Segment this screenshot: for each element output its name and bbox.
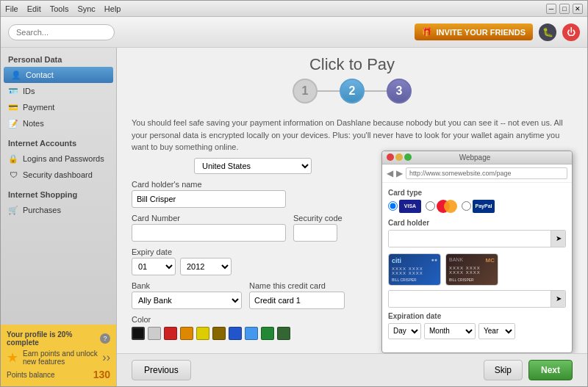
menu-help[interactable]: Help xyxy=(104,4,121,13)
minimize-button[interactable]: ─ xyxy=(546,4,556,14)
color-red[interactable] xyxy=(164,327,177,340)
sidebar-item-purchases[interactable]: 🛒 Purchases xyxy=(1,202,116,218)
bug-icon-button[interactable]: 🐛 xyxy=(539,23,556,41)
sidebar-item-security[interactable]: 🛡 Security dashboard xyxy=(1,167,116,183)
expiry-year-popup-select[interactable]: Year xyxy=(478,323,515,339)
cardholder-input[interactable] xyxy=(132,190,286,208)
personal-data-section: Personal Data xyxy=(1,48,116,67)
color-gray[interactable] xyxy=(148,327,161,340)
color-darkblue[interactable] xyxy=(229,327,242,340)
sidebar-item-contact[interactable]: 👤 Contact xyxy=(4,67,113,83)
search-input[interactable] xyxy=(8,24,115,40)
form-left: United States Card holder's name Card Nu… xyxy=(132,158,374,354)
color-green[interactable] xyxy=(261,327,274,340)
url-bar[interactable] xyxy=(406,167,567,179)
cardholder-arrow[interactable]: ➤ xyxy=(551,231,565,247)
color-group: Color xyxy=(132,315,374,340)
step-line-1 xyxy=(318,90,340,92)
shopping-icon: 🛒 xyxy=(8,205,18,215)
maximize-button[interactable]: □ xyxy=(559,4,570,14)
cardholder-label: Card holder's name xyxy=(132,180,374,189)
skip-button[interactable]: Skip xyxy=(484,360,523,380)
menu-sync[interactable]: Sync xyxy=(77,4,95,13)
invite-button[interactable]: 🎁 INVITE YOUR FRIENDS xyxy=(415,23,533,40)
paypal-radio[interactable] xyxy=(462,201,471,211)
form-content: United States Card holder's name Card Nu… xyxy=(117,158,587,354)
bank-label: Bank xyxy=(132,281,242,290)
profile-row: Your profile is 20% complete ? xyxy=(7,330,110,347)
paypal-option[interactable]: PayPal xyxy=(462,200,495,213)
step-3: 3 xyxy=(387,79,412,104)
forward-arrow[interactable]: ▶ xyxy=(396,168,403,178)
card-type-options: VISA xyxy=(388,200,566,213)
main-window: File Edit Tools Sync Help ─ □ ✕ 🎁 INVITE… xyxy=(0,0,588,387)
mc-option[interactable] xyxy=(426,200,457,213)
color-yellow[interactable] xyxy=(196,327,209,340)
expiry-month-popup-select[interactable]: Month xyxy=(424,323,476,339)
steps-indicator: 1 2 3 xyxy=(117,79,587,104)
color-brown[interactable] xyxy=(212,327,226,340)
card2-number: XXXX XXXX XXXX XXXX xyxy=(449,266,495,275)
card-image-dark[interactable]: BANK MC XXXX XXXX XXXX XXXX BILL CRISPER xyxy=(445,253,498,286)
lock-icon: 🔒 xyxy=(8,153,18,164)
ids-icon: 🪪 xyxy=(8,86,18,96)
cardnumber-input[interactable] xyxy=(132,224,286,242)
mc-radio[interactable] xyxy=(426,201,435,211)
power-icon-button[interactable]: ⏻ xyxy=(562,23,580,41)
country-select[interactable]: United States xyxy=(194,158,312,174)
profile-status: Your profile is 20% complete xyxy=(7,330,96,347)
card-images: citi ●● XXXX XXXX XXXX XXXX BILL CRISPER… xyxy=(388,253,566,286)
popup-nav: ◀ ▶ xyxy=(382,164,572,183)
extra-arrow[interactable]: ➤ xyxy=(551,291,565,307)
toolbar-right: 🎁 INVITE YOUR FRIENDS 🐛 ⏻ xyxy=(415,23,580,41)
help-icon[interactable]: ? xyxy=(100,333,110,344)
cardname-label: Name this credit card xyxy=(249,281,345,290)
expiry-month-select[interactable]: 01 xyxy=(132,258,176,275)
expiry-popup-row: Day Month Year xyxy=(388,323,566,339)
color-orange[interactable] xyxy=(180,327,193,340)
color-blue[interactable] xyxy=(245,327,258,340)
visa-option[interactable]: VISA xyxy=(388,200,421,213)
extra-input-wrap: ➤ xyxy=(388,290,566,308)
content-header: Click to Pay 1 2 3 xyxy=(117,48,587,112)
color-darkgreen[interactable] xyxy=(277,327,290,340)
menu-tools[interactable]: Tools xyxy=(50,4,69,13)
sidebar-item-security-label: Security dashboard xyxy=(23,170,93,179)
toolbar: 🎁 INVITE YOUR FRIENDS 🐛 ⏻ xyxy=(1,17,587,48)
color-black[interactable] xyxy=(132,327,145,340)
back-arrow[interactable]: ◀ xyxy=(387,168,393,178)
extra-input[interactable] xyxy=(389,291,551,307)
security-label: Security code xyxy=(293,214,343,223)
popup-close-btn[interactable] xyxy=(387,153,394,161)
card1-name: BILL CRISPER xyxy=(392,278,437,282)
card-holder-section: Card holder ➤ xyxy=(388,219,566,247)
cardholder-popup-input[interactable] xyxy=(389,231,551,247)
popup-controls xyxy=(387,153,412,161)
card-image-blue[interactable]: citi ●● XXXX XXXX XXXX XXXX BILL CRISPER xyxy=(388,253,441,286)
profile-arrow[interactable]: ›› xyxy=(102,351,110,364)
sidebar-item-ids[interactable]: 🪪 IDs xyxy=(1,83,116,99)
bank-name-row: Bank Ally Bank Name this credit card xyxy=(132,281,374,315)
cardname-input[interactable] xyxy=(249,292,345,309)
popup-maximize-btn[interactable] xyxy=(404,153,412,161)
expiry-year-select[interactable]: 2012 xyxy=(180,258,232,275)
step-line-2 xyxy=(365,90,387,92)
bank-select[interactable]: Ally Bank xyxy=(132,292,242,309)
next-button[interactable]: Next xyxy=(528,360,573,380)
points-row: Points balance 130 xyxy=(7,369,110,380)
sidebar-item-logins[interactable]: 🔒 Logins and Passwords xyxy=(1,151,116,167)
security-input[interactable] xyxy=(293,224,337,242)
expiry-day-select[interactable]: Day xyxy=(388,323,421,339)
internet-shopping-section: Internet Shopping xyxy=(1,183,116,202)
sidebar-item-notes[interactable]: 📝 Notes xyxy=(1,115,116,131)
visa-radio[interactable] xyxy=(388,201,398,211)
card1-number: XXXX XXXX XXXX XXXX xyxy=(392,267,437,275)
cardnumber-label: Card Number xyxy=(132,214,286,223)
menu-file[interactable]: File xyxy=(5,4,18,13)
color-swatches xyxy=(132,327,374,340)
sidebar-item-payment[interactable]: 💳 Payment xyxy=(1,99,116,115)
popup-minimize-btn[interactable] xyxy=(395,153,403,161)
previous-button[interactable]: Previous xyxy=(132,360,191,380)
close-button[interactable]: ✕ xyxy=(573,4,583,14)
menu-edit[interactable]: Edit xyxy=(27,4,41,13)
